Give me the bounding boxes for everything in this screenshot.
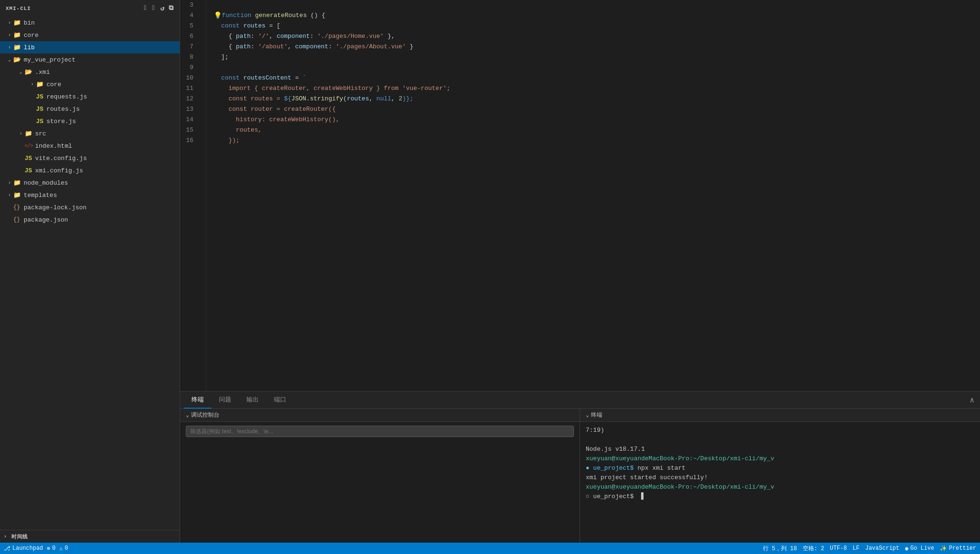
sidebar-item-xmi[interactable]: ⌄ 📂 .xmi (0, 66, 180, 78)
tab-ports[interactable]: 端口 (266, 392, 294, 409)
sidebar-item-node-modules[interactable]: › 📁 node_modules (0, 177, 180, 189)
close: } (406, 42, 414, 52)
sidebar-item-xmi-config[interactable]: › JS xmi.config.js (0, 164, 180, 177)
code-line-8: ]; (214, 52, 980, 63)
code-line-9 (214, 63, 980, 73)
status-remote[interactable]: ⎇ Launchpad (4, 545, 43, 552)
property: path (236, 42, 251, 52)
sidebar-item-index-html[interactable]: › </> index.html (0, 140, 180, 152)
variable: routesContent (243, 73, 291, 83)
terminal-title: 终端 (591, 411, 602, 419)
remote-icon: ⎇ (4, 545, 10, 552)
sidebar-item-pkg[interactable]: › {} package.json (0, 214, 180, 226)
comma: , (288, 42, 295, 52)
status-position[interactable]: 行 5，列 18 (763, 545, 797, 553)
arrow-icon: › (6, 180, 13, 186)
sidebar-header-icons:   ↺ ⧉ (144, 4, 174, 12)
html-icon: </> (25, 143, 33, 149)
line-num-8: 8 (180, 52, 198, 63)
line-num-16: 16 (180, 135, 198, 146)
timeline-header[interactable]: › 时间线 (0, 530, 180, 543)
status-warnings[interactable]: ⚠ 0 (59, 545, 68, 552)
term-bullet2: ○ (586, 493, 593, 500)
folder-icon: 📁 (13, 31, 22, 39)
refresh-icon[interactable]: ↺ (161, 4, 165, 12)
sidebar-item-my-vue-project[interactable]: ⌄ 📂 my_vue_project (0, 54, 180, 66)
sidebar-item-src[interactable]: › 📁 src (0, 127, 180, 140)
js-icon: JS (25, 167, 33, 174)
prettier-icon: ✨ (940, 545, 947, 552)
sidebar-item-label: lib (24, 44, 180, 51)
collapse-icon[interactable]: ⧉ (169, 4, 174, 12)
warning-count: 0 (64, 545, 68, 552)
error-icon: ⊗ (47, 545, 50, 552)
folder-icon: 📁 (13, 179, 22, 187)
new-folder-icon[interactable]:  (152, 4, 156, 12)
json-icon: {} (13, 204, 22, 211)
sidebar-header: XMI-CLI   ↺ ⧉ (0, 0, 180, 17)
eol-label: LF (853, 545, 859, 552)
sidebar-item-pkg-lock[interactable]: › {} package-lock.json (0, 201, 180, 214)
term-line-path1: xueyuan@xueyuandeMacBook-Pro:~/Desktop/x… (586, 454, 974, 464)
comma1: , (369, 94, 377, 104)
spaces-label: 空格: 2 (803, 545, 825, 553)
terminal-content[interactable]: 7:19) Node.js v18.17.1 xueyuan@xueyuande… (580, 422, 980, 543)
arrow-icon: ⌄ (17, 69, 25, 75)
property2: component (277, 31, 310, 42)
sidebar-item-label: package.json (24, 216, 180, 223)
line-num-14: 14 (180, 115, 198, 125)
encoding-label: UTF-8 (830, 545, 847, 552)
sidebar-item-templates[interactable]: › 📁 templates (0, 189, 180, 201)
folder-icon: 📂 (25, 68, 33, 76)
sidebar-item-routes[interactable]: › JS routes.js (0, 103, 180, 115)
tab-terminal[interactable]: 终端 (184, 392, 211, 409)
status-language[interactable]: JavaScript (865, 545, 899, 552)
term-line-prompt1: ● ue_project$ npx xmi start (586, 464, 974, 473)
term-line-success: xmi project started successfully! (586, 473, 974, 483)
code-editor[interactable]: 3 4 5 6 7 8 9 10 11 12 13 14 15 16 (180, 0, 980, 391)
interp-end: )}; (402, 94, 413, 104)
sidebar-item-vite-config[interactable]: › JS vite.config.js (0, 152, 180, 164)
status-golive[interactable]: ◉ Go Live (905, 545, 935, 552)
debug-console-header: ⌄ 调试控制台 (180, 409, 580, 422)
sidebar-item-requests[interactable]: › JS requests.js (0, 90, 180, 103)
function-name: generateRoutes (255, 10, 307, 21)
sidebar-item-core[interactable]: › 📁 core (0, 29, 180, 41)
warning-icon: ⚠ (59, 545, 63, 552)
arrow-icon: › (6, 20, 13, 26)
panel-collapse-button[interactable]: ∧ (968, 393, 976, 407)
template-string: }); (214, 135, 240, 146)
remote-label: Launchpad (12, 545, 43, 552)
lightbulb-icon: 💡 (214, 10, 222, 21)
dot: . (306, 94, 310, 104)
sidebar-item-store[interactable]: › JS store.js (0, 115, 180, 127)
line-num-5: 5 (180, 21, 198, 31)
colon2: : (328, 42, 336, 52)
timeline-section: › 时间线 (0, 530, 180, 543)
debug-filter-input[interactable] (186, 426, 574, 437)
code-content[interactable]: 💡 function generateRoutes () { const rou… (206, 0, 980, 391)
new-file-icon[interactable]:  (144, 4, 148, 12)
tab-output[interactable]: 输出 (239, 392, 266, 409)
term-line-blank (586, 435, 974, 445)
status-prettier[interactable]: ✨ Prettier (940, 545, 976, 552)
status-spaces[interactable]: 空格: 2 (803, 545, 825, 553)
sidebar-item-label: store.js (46, 118, 180, 125)
sidebar-item-label: .xmi (35, 69, 180, 76)
sidebar-item-label: xmi.config.js (35, 167, 180, 174)
paren-open: ( (343, 94, 347, 104)
status-eol[interactable]: LF (853, 545, 859, 552)
status-encoding[interactable]: UTF-8 (830, 545, 847, 552)
status-errors[interactable]: ⊗ 0 (47, 545, 55, 552)
sidebar-item-lib[interactable]: › 📁 lib (0, 41, 180, 54)
sidebar-item-core2[interactable]: › 📁 core (0, 78, 180, 90)
term-prompt2-text: ue_project$ (593, 493, 634, 500)
status-left: ⎇ Launchpad ⊗ 0 ⚠ 0 (4, 545, 68, 552)
term-path-text: xueyuan@xueyuandeMacBook-Pro:~/Desktop/x… (586, 455, 774, 462)
template-string: history: createWebHistory(), (214, 115, 339, 125)
sidebar-item-bin[interactable]: › 📁 bin (0, 17, 180, 29)
stringify-fn: stringify (310, 94, 343, 104)
tab-problems[interactable]: 问题 (211, 392, 239, 409)
keyword: const (214, 21, 240, 31)
chevron-icon: ⌄ (186, 411, 189, 419)
